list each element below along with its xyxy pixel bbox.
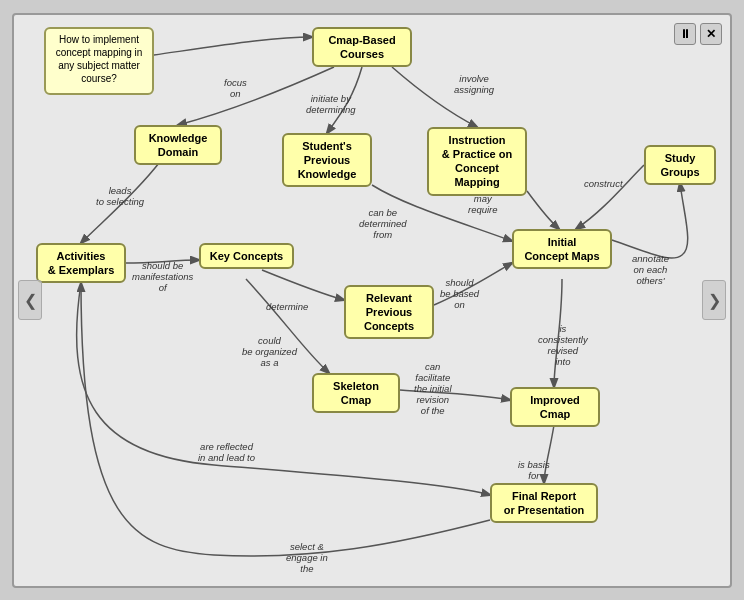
node-improved-cmap: ImprovedCmap — [510, 387, 600, 428]
link-manifestations: should bemanifestationsof — [132, 260, 193, 293]
link-basis-for: is basisfor — [518, 459, 550, 481]
link-organized-as: couldbe organizedas a — [242, 335, 297, 368]
node-activities: Activities& Exemplars — [36, 243, 126, 284]
node-study-groups: StudyGroups — [644, 145, 716, 186]
node-key-concepts: Key Concepts — [199, 243, 294, 269]
node-final-report: Final Reportor Presentation — [490, 483, 598, 524]
node-students-prev: Student'sPreviousKnowledge — [282, 133, 372, 188]
link-revised-into: isconsistentlyrevisedinto — [538, 323, 588, 367]
nav-right-arrow[interactable]: ❯ — [702, 280, 726, 320]
node-relevant-prev: RelevantPreviousConcepts — [344, 285, 434, 340]
link-annotate: annotateon eachothers' — [632, 253, 669, 286]
link-involve-assigning: involveassigning — [454, 73, 494, 95]
concept-map-window: ⏸ ✕ ❮ ❯ — [12, 13, 732, 588]
close-button[interactable]: ✕ — [700, 23, 722, 45]
link-focus-on: focuson — [224, 77, 247, 99]
link-based-on: shouldbe basedon — [440, 277, 479, 310]
node-skeleton-cmap: SkeletonCmap — [312, 373, 400, 414]
toolbar: ⏸ ✕ — [674, 23, 722, 45]
link-leads-to-selecting: leadsto selecting — [96, 185, 144, 207]
node-initial-cmap: InitialConcept Maps — [512, 229, 612, 270]
link-facilitate: canfacilitatethe initialrevisionof the — [414, 361, 452, 416]
link-initiate-by: initiate bydetermining — [306, 93, 356, 115]
link-reflected-in: are reflectedin and lead to — [198, 441, 255, 463]
node-cmap-courses: Cmap-BasedCourses — [312, 27, 412, 68]
node-question: How to implement concept mapping in any … — [44, 27, 154, 95]
link-may-require: mayrequire — [468, 193, 498, 215]
pause-button[interactable]: ⏸ — [674, 23, 696, 45]
link-select-engage: select &engage inthe — [286, 541, 328, 574]
link-can-be-determined: can bedeterminedfrom — [359, 207, 407, 240]
nav-left-arrow[interactable]: ❮ — [18, 280, 42, 320]
link-determine: determine — [266, 301, 308, 312]
node-knowledge-domain: KnowledgeDomain — [134, 125, 222, 166]
node-instruction: Instruction& Practice onConceptMapping — [427, 127, 527, 196]
link-construct: construct — [584, 178, 623, 189]
